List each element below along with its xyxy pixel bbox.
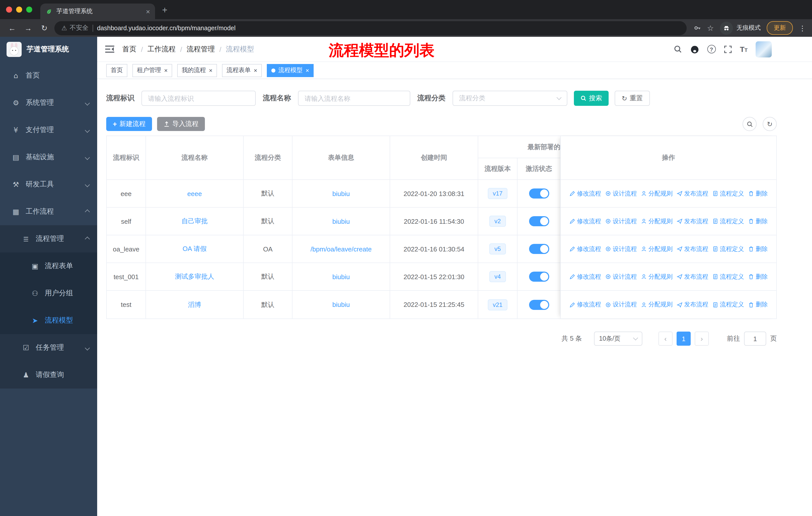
assign-rule-link[interactable]: 分配规则 <box>641 300 672 309</box>
publish-process-link[interactable]: 发布流程 <box>676 245 708 253</box>
delete-link[interactable]: 删除 <box>748 217 768 225</box>
font-size-icon[interactable]: TT <box>740 45 748 53</box>
modify-process-link[interactable]: 修改流程 <box>569 272 601 281</box>
assign-rule-link[interactable]: 分配规则 <box>641 217 672 225</box>
process-name-link[interactable]: 测试多审批人 <box>175 272 214 281</box>
forward-icon[interactable]: → <box>22 24 34 32</box>
publish-process-link[interactable]: 发布流程 <box>676 217 708 225</box>
active-toggle[interactable] <box>529 188 549 198</box>
search-icon[interactable] <box>673 45 682 53</box>
close-icon[interactable]: × <box>254 67 257 73</box>
delete-link[interactable]: 删除 <box>748 245 768 253</box>
breadcrumb-workflow[interactable]: 工作流程 <box>147 45 176 54</box>
delete-link[interactable]: 删除 <box>748 300 768 309</box>
active-toggle[interactable] <box>529 300 549 310</box>
breadcrumb-home[interactable]: 首页 <box>122 45 137 54</box>
design-process-link[interactable]: 设计流程 <box>605 189 637 198</box>
browser-tab[interactable]: 芋道管理系统 × <box>40 3 155 19</box>
form-info-link[interactable]: biubiu <box>332 273 350 280</box>
new-tab-button[interactable]: + <box>162 5 167 16</box>
prev-page-button[interactable]: ‹ <box>659 332 672 346</box>
modify-process-link[interactable]: 修改流程 <box>569 300 601 309</box>
sidebar-item-system-management[interactable]: 系统管理 <box>0 89 97 116</box>
next-page-button[interactable]: › <box>695 332 709 346</box>
process-name-link[interactable]: eeee <box>187 190 202 197</box>
tag-process-form[interactable]: 流程表单 × <box>222 64 262 77</box>
page-size-select[interactable]: 10条/页 <box>594 332 642 346</box>
sidebar-item-process-management[interactable]: 流程管理 <box>0 225 97 252</box>
active-toggle[interactable] <box>529 244 549 254</box>
process-definition-link[interactable]: 流程定义 <box>712 300 744 309</box>
delete-link[interactable]: 删除 <box>748 272 768 281</box>
process-name-link[interactable]: OA 请假 <box>182 244 206 253</box>
publish-process-link[interactable]: 发布流程 <box>676 189 708 198</box>
process-name-link[interactable]: 滔博 <box>188 300 201 309</box>
tag-my-process[interactable]: 我的流程 × <box>177 64 217 77</box>
process-definition-link[interactable]: 流程定义 <box>712 245 744 253</box>
close-window-button[interactable] <box>6 6 12 12</box>
publish-process-link[interactable]: 发布流程 <box>676 300 708 309</box>
hamburger-icon[interactable] <box>105 45 114 53</box>
breadcrumb-process-management[interactable]: 流程管理 <box>187 45 215 54</box>
design-process-link[interactable]: 设计流程 <box>605 300 637 309</box>
process-definition-link[interactable]: 流程定义 <box>712 189 744 198</box>
sidebar-item-infrastructure[interactable]: 基础设施 <box>0 144 97 171</box>
process-definition-link[interactable]: 流程定义 <box>712 217 744 225</box>
zoom-window-button[interactable] <box>26 6 32 12</box>
close-tab-icon[interactable]: × <box>146 7 150 16</box>
goto-page-input[interactable] <box>744 332 766 346</box>
avatar[interactable] <box>756 41 772 57</box>
close-icon[interactable]: × <box>164 67 168 73</box>
modify-process-link[interactable]: 修改流程 <box>569 217 601 225</box>
active-toggle[interactable] <box>529 216 549 226</box>
design-process-link[interactable]: 设计流程 <box>605 272 637 281</box>
assign-rule-link[interactable]: 分配规则 <box>641 245 672 253</box>
close-icon[interactable]: × <box>209 67 212 73</box>
category-select[interactable]: 流程分类 <box>453 91 567 106</box>
github-icon[interactable] <box>690 45 699 54</box>
publish-process-link[interactable]: 发布流程 <box>676 272 708 281</box>
form-info-link[interactable]: biubiu <box>332 190 350 197</box>
active-toggle[interactable] <box>529 272 549 282</box>
sidebar-item-devtools[interactable]: 研发工具 <box>0 171 97 198</box>
modify-process-link[interactable]: 修改流程 <box>569 245 601 253</box>
update-button[interactable]: 更新 <box>767 21 793 35</box>
fullscreen-icon[interactable] <box>724 45 732 53</box>
minimize-window-button[interactable] <box>16 6 22 12</box>
tag-tenant-management[interactable]: 租户管理 × <box>133 64 172 77</box>
security-warning[interactable]: ⚠ 不安全 <box>61 24 88 32</box>
sidebar-item-process-form[interactable]: 流程表单 <box>0 252 97 280</box>
sidebar-item-home[interactable]: 首页 <box>0 62 97 89</box>
sidebar-item-task-management[interactable]: 任务管理 <box>0 334 97 361</box>
app-logo[interactable]: 芋道管理系统 <box>0 37 97 62</box>
back-icon[interactable]: ← <box>6 24 18 32</box>
process-id-input[interactable] <box>141 91 256 106</box>
close-icon[interactable]: × <box>306 67 309 73</box>
form-info-link[interactable]: biubiu <box>332 217 350 225</box>
key-icon[interactable] <box>693 24 701 32</box>
search-button[interactable]: 搜索 <box>574 91 609 106</box>
assign-rule-link[interactable]: 分配规则 <box>641 189 672 198</box>
page-number-1[interactable]: 1 <box>676 332 691 346</box>
reset-button[interactable]: ↻ 重置 <box>615 91 650 106</box>
import-process-button[interactable]: 导入流程 <box>157 117 205 131</box>
assign-rule-link[interactable]: 分配规则 <box>641 272 672 281</box>
process-name-input[interactable] <box>298 91 410 106</box>
form-info-link[interactable]: biubiu <box>332 301 350 308</box>
process-name-link[interactable]: 自己审批 <box>181 217 208 226</box>
reload-icon[interactable]: ↻ <box>38 23 50 32</box>
sidebar-item-payment-management[interactable]: 支付管理 <box>0 116 97 144</box>
sidebar-item-process-model[interactable]: 流程模型 <box>0 307 97 334</box>
address-bar[interactable]: ⚠ 不安全 dashboard.yudao.iocoder.cn/bpm/man… <box>54 21 687 35</box>
sidebar-item-leave-query[interactable]: 请假查询 <box>0 361 97 388</box>
tag-process-model[interactable]: 流程模型 × <box>267 64 314 77</box>
help-icon[interactable]: ? <box>707 45 716 53</box>
design-process-link[interactable]: 设计流程 <box>605 217 637 225</box>
process-definition-link[interactable]: 流程定义 <box>712 272 744 281</box>
kebab-menu-icon[interactable]: ⋮ <box>799 24 806 32</box>
refresh-button[interactable]: ↻ <box>763 117 777 131</box>
create-process-button[interactable]: + 新建流程 <box>106 117 152 131</box>
star-icon[interactable]: ☆ <box>707 23 714 32</box>
show-search-button[interactable] <box>743 117 757 131</box>
sidebar-item-workflow[interactable]: 工作流程 <box>0 198 97 225</box>
